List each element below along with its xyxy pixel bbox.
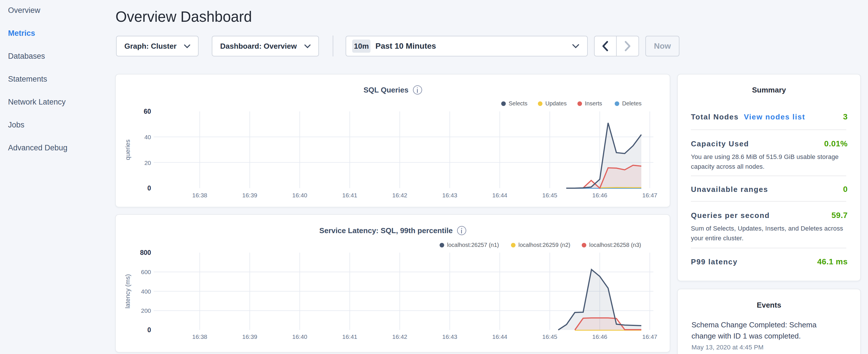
svg-text:16:40: 16:40 — [292, 333, 308, 340]
svg-text:16:43: 16:43 — [442, 192, 457, 198]
svg-text:400: 400 — [141, 288, 151, 295]
svg-text:16:47: 16:47 — [642, 192, 657, 198]
svg-text:16:46: 16:46 — [592, 192, 608, 198]
svg-text:0: 0 — [147, 326, 151, 334]
svg-text:16:44: 16:44 — [492, 192, 507, 198]
svg-text:20: 20 — [145, 160, 151, 166]
svg-text:200: 200 — [141, 307, 151, 314]
svg-text:16:40: 16:40 — [292, 192, 308, 198]
svg-text:16:42: 16:42 — [392, 192, 407, 198]
svg-text:16:44: 16:44 — [492, 333, 507, 340]
svg-text:16:38: 16:38 — [192, 333, 208, 340]
svg-text:16:39: 16:39 — [242, 333, 257, 340]
svg-text:16:45: 16:45 — [542, 333, 557, 340]
svg-text:16:43: 16:43 — [442, 333, 457, 340]
svg-text:40: 40 — [145, 134, 151, 140]
svg-text:16:42: 16:42 — [392, 333, 407, 340]
svg-text:600: 600 — [141, 269, 151, 275]
svg-text:16:39: 16:39 — [242, 192, 257, 198]
svg-text:queries: queries — [124, 139, 131, 160]
svg-text:0: 0 — [147, 185, 151, 192]
svg-text:16:45: 16:45 — [542, 192, 557, 198]
svg-text:800: 800 — [140, 249, 151, 256]
svg-text:16:46: 16:46 — [592, 333, 608, 340]
svg-text:16:41: 16:41 — [342, 333, 358, 340]
svg-text:latency (ms): latency (ms) — [124, 274, 131, 309]
svg-text:60: 60 — [144, 108, 151, 115]
svg-text:16:41: 16:41 — [342, 192, 358, 198]
svg-text:16:47: 16:47 — [642, 333, 657, 340]
svg-text:16:38: 16:38 — [192, 192, 208, 198]
